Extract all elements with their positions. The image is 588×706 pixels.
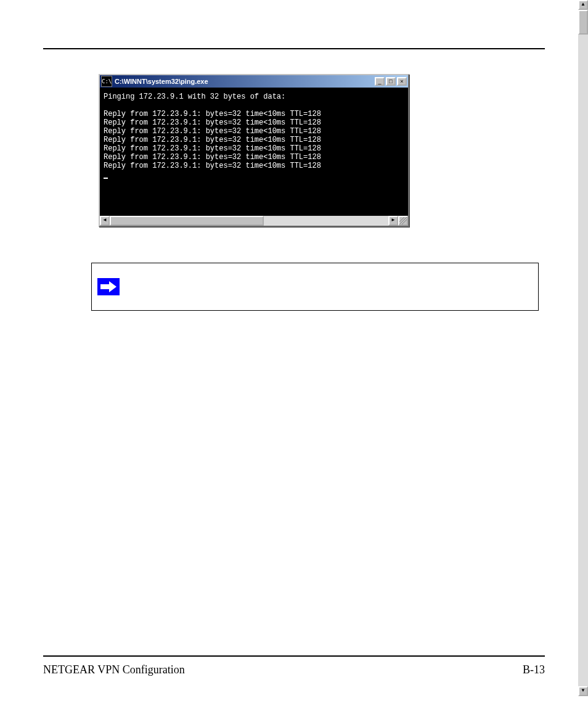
footer-page-number: B-13: [523, 663, 545, 676]
vscroll-thumb[interactable]: [578, 10, 588, 35]
close-button[interactable]: ×: [397, 77, 407, 86]
top-horizontal-rule: [43, 48, 545, 49]
arrow-right-icon: [97, 278, 120, 295]
window-titlebar: C:\ C:\WINNT\system32\ping.exe _ □ ×: [100, 75, 408, 88]
scroll-left-icon[interactable]: ◄: [100, 216, 110, 226]
footer-left: NETGEAR VPN Configuration: [43, 663, 185, 676]
terminal-line: Reply from 172.23.9.1: bytes=32 time<10m…: [104, 136, 321, 144]
terminal-line: Reply from 172.23.9.1: bytes=32 time<10m…: [104, 153, 321, 162]
terminal-line: Pinging 172.23.9.1 with 32 bytes of data…: [104, 92, 285, 101]
command-window: C:\ C:\WINNT\system32\ping.exe _ □ × Pin…: [99, 74, 409, 227]
scroll-up-icon[interactable]: ▲: [578, 0, 588, 10]
terminal-line: Reply from 172.23.9.1: bytes=32 time<10m…: [104, 118, 321, 127]
note-body: [125, 263, 538, 310]
terminal-cursor: [104, 178, 108, 179]
svg-marker-0: [100, 281, 116, 292]
terminal-line: Reply from 172.23.9.1: bytes=32 time<10m…: [104, 127, 321, 136]
terminal-line: Reply from 172.23.9.1: bytes=32 time<10m…: [104, 110, 321, 118]
terminal-line: Reply from 172.23.9.1: bytes=32 time<10m…: [104, 144, 321, 153]
hscroll-track[interactable]: [110, 216, 388, 226]
cmd-icon: C:\: [101, 76, 112, 87]
scroll-right-icon[interactable]: ►: [388, 216, 398, 226]
horizontal-scrollbar[interactable]: ◄ ►: [100, 216, 408, 226]
window-title: C:\WINNT\system32\ping.exe: [115, 78, 374, 85]
resize-grip-icon[interactable]: [398, 216, 408, 226]
terminal-line: Reply from 172.23.9.1: bytes=32 time<10m…: [104, 162, 321, 170]
bottom-horizontal-rule: [43, 655, 545, 657]
scroll-down-icon[interactable]: ▼: [578, 686, 588, 696]
page-footer: NETGEAR VPN Configuration B-13: [43, 663, 545, 676]
hscroll-thumb[interactable]: [110, 216, 264, 226]
note-icon-cell: [92, 263, 125, 310]
vertical-scrollbar[interactable]: ▲ ▼: [578, 0, 588, 696]
terminal-output: Pinging 172.23.9.1 with 32 bytes of data…: [100, 88, 408, 216]
note-callout: [91, 263, 539, 311]
minimize-button[interactable]: _: [375, 77, 385, 86]
maximize-button[interactable]: □: [386, 77, 396, 86]
